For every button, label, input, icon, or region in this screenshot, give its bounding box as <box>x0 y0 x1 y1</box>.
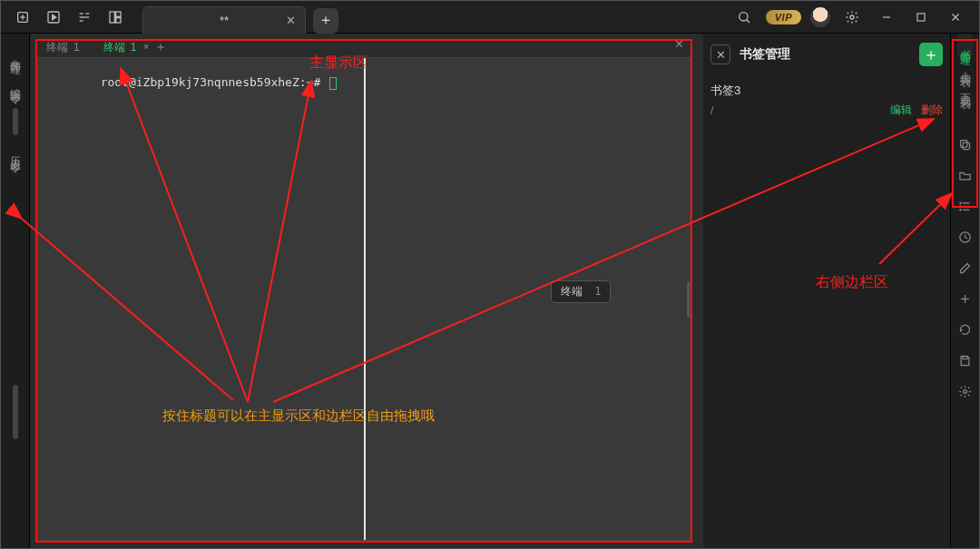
scroll-hint-icon <box>13 385 18 439</box>
bookmark-item-path: / <box>710 104 890 117</box>
bookmark-item[interactable]: 书签3 / 编辑 删除 <box>710 83 943 118</box>
search-icon[interactable] <box>731 5 757 29</box>
svg-rect-20 <box>961 140 968 147</box>
svg-line-13 <box>746 19 749 22</box>
titlebar-right: VIP <box>731 5 974 30</box>
list-icon[interactable] <box>953 193 978 219</box>
layout-icon[interactable] <box>103 5 128 29</box>
drag-handle-icon[interactable] <box>687 281 691 318</box>
svg-point-24 <box>960 202 961 203</box>
svg-rect-19 <box>963 142 970 150</box>
tooltip-label: 终端 <box>561 285 583 298</box>
right-tab-upload[interactable]: 上传列表 <box>957 55 973 77</box>
save-icon[interactable] <box>953 348 978 373</box>
sidebar-item-file-manager[interactable]: 文件管理 <box>7 41 23 66</box>
terminal-tab-label: 终端 <box>46 40 68 55</box>
close-button[interactable] <box>943 5 968 30</box>
terminal-prompt: root@iZbp19kj73nqnnesb59xheZ:~# <box>101 75 328 89</box>
split-icon[interactable] <box>72 5 97 29</box>
vip-badge[interactable]: VIP <box>766 10 801 25</box>
plus-icon[interactable] <box>953 286 978 311</box>
clock-icon[interactable] <box>953 224 978 250</box>
scroll-hint-icon <box>13 108 18 135</box>
svg-rect-9 <box>110 12 114 23</box>
svg-rect-32 <box>963 356 967 358</box>
terminal-tab-2[interactable]: 终端 1 × <box>94 37 150 57</box>
close-panel-button[interactable]: ✕ <box>710 44 730 64</box>
terminal-tab-number: 1 <box>74 41 80 54</box>
svg-point-26 <box>960 209 961 210</box>
close-icon[interactable]: × <box>143 41 149 52</box>
app-tab-active[interactable]: ** ✕ <box>142 6 306 34</box>
folder-icon[interactable] <box>953 162 978 188</box>
svg-marker-4 <box>53 15 56 19</box>
maximize-button[interactable] <box>908 5 934 30</box>
close-panel-icon[interactable]: ✕ <box>674 37 689 52</box>
vertical-divider[interactable] <box>364 58 366 540</box>
cursor-icon <box>329 77 337 90</box>
main-wrap: 终端 1 终端 1 × ＋ ✕ root@iZbp19kj73nqnnesb59… <box>30 34 950 548</box>
add-bookmark-button[interactable]: ＋ <box>919 43 943 66</box>
main-display: 终端 1 终端 1 × ＋ ✕ root@iZbp19kj73nqnnesb59… <box>30 34 698 548</box>
svg-point-33 <box>964 389 967 393</box>
sidebar-item-history-command[interactable]: 历史命令 <box>7 139 23 164</box>
bookmark-item-name: 书签3 <box>710 83 943 99</box>
bookmark-item-row: / 编辑 删除 <box>710 103 943 118</box>
svg-point-25 <box>960 205 961 206</box>
terminal-tab-number: 1 <box>131 41 137 54</box>
settings-icon[interactable] <box>953 378 978 404</box>
svg-line-29 <box>965 237 968 238</box>
svg-point-12 <box>739 12 747 20</box>
terminal-tab-1[interactable]: 终端 1 <box>37 37 93 57</box>
bookmark-edit-button[interactable]: 编辑 <box>890 103 912 118</box>
terminal-tabs: 终端 1 终端 1 × ＋ ✕ <box>30 34 698 57</box>
minimize-button[interactable] <box>874 5 899 30</box>
terminal-tab-label: 终端 <box>103 40 125 55</box>
app-tabs: ** ✕ ＋ <box>142 1 338 34</box>
right-tab-bookmark[interactable]: 书签管理 <box>957 34 973 55</box>
titlebar: ** ✕ ＋ VIP <box>1 1 979 34</box>
left-sidebar: 文件管理 编辑命令 历史命令 <box>1 34 30 548</box>
add-terminal-tab-button[interactable]: ＋ <box>151 37 171 57</box>
svg-point-14 <box>850 15 854 19</box>
copy-icon[interactable] <box>953 132 978 157</box>
svg-rect-16 <box>917 13 925 20</box>
svg-rect-11 <box>116 17 121 22</box>
gear-icon[interactable] <box>839 5 865 29</box>
terminal-body[interactable]: root@iZbp19kj73nqnnesb59xheZ:~# 终端 1 <box>37 57 691 541</box>
add-tab-button[interactable]: ＋ <box>313 8 338 34</box>
sidebar-item-edit-command[interactable]: 编辑命令 <box>7 70 23 95</box>
new-window-icon[interactable] <box>10 5 35 29</box>
bookmark-header: ✕ 书签管理 ＋ <box>710 43 943 66</box>
close-icon[interactable]: ✕ <box>283 14 298 28</box>
terminal-tooltip: 终端 1 <box>551 280 611 303</box>
tooltip-number: 1 <box>594 285 601 298</box>
app-tab-label: ** <box>220 14 229 27</box>
avatar[interactable] <box>810 7 830 27</box>
bookmark-delete-button[interactable]: 删除 <box>921 103 943 118</box>
play-icon[interactable] <box>41 5 66 29</box>
bookmark-panel: ✕ 书签管理 ＋ 书签3 / 编辑 删除 <box>703 34 950 548</box>
edit-icon[interactable] <box>953 255 978 280</box>
titlebar-left-icons <box>6 5 128 29</box>
svg-rect-10 <box>116 12 121 16</box>
refresh-icon[interactable] <box>953 317 978 342</box>
right-tab-download[interactable]: 下载列表 <box>957 77 973 99</box>
right-sidebar: 书签管理 上传列表 下载列表 <box>950 34 979 548</box>
bookmark-title: 书签管理 <box>740 46 790 63</box>
